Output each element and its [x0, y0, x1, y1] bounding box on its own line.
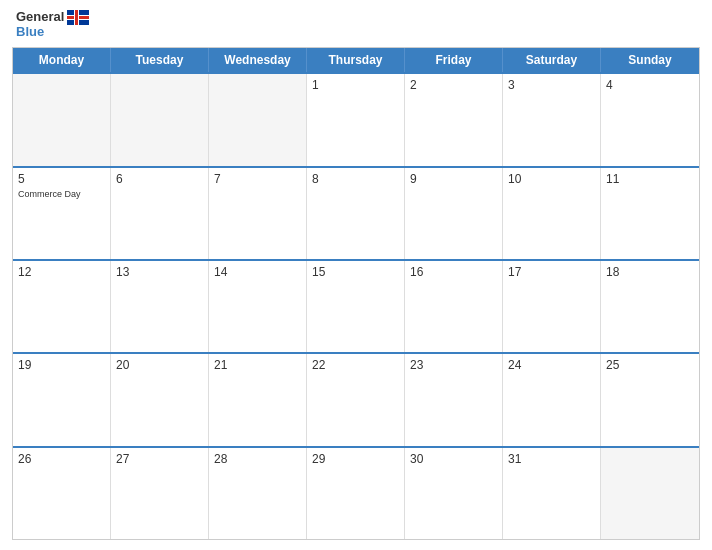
logo-text: General: [16, 10, 64, 24]
day-number: 4: [606, 78, 694, 92]
day-number: 17: [508, 265, 595, 279]
day-number: 9: [410, 172, 497, 186]
day-cell: 4: [601, 74, 699, 165]
day-header-friday: Friday: [405, 48, 503, 72]
logo-blue-text: Blue: [16, 25, 44, 39]
calendar-page: General Blue MondayTuesdayWednesdayThurs…: [0, 0, 712, 550]
day-cell: 1: [307, 74, 405, 165]
day-number: 20: [116, 358, 203, 372]
day-number: 12: [18, 265, 105, 279]
day-cell: 2: [405, 74, 503, 165]
week-row-4: 19202122232425: [13, 352, 699, 445]
day-number: 7: [214, 172, 301, 186]
day-number: 11: [606, 172, 694, 186]
calendar-grid: MondayTuesdayWednesdayThursdayFridaySatu…: [12, 47, 700, 540]
day-cell: [209, 74, 307, 165]
day-number: 25: [606, 358, 694, 372]
day-number: 5: [18, 172, 105, 186]
day-number: 31: [508, 452, 595, 466]
day-number: 13: [116, 265, 203, 279]
day-cell: 8: [307, 168, 405, 259]
day-cell: 26: [13, 448, 111, 539]
day-cell: 5Commerce Day: [13, 168, 111, 259]
day-number: 2: [410, 78, 497, 92]
day-cell: 16: [405, 261, 503, 352]
week-row-5: 262728293031: [13, 446, 699, 539]
day-cell: 17: [503, 261, 601, 352]
day-cell: 22: [307, 354, 405, 445]
day-cell: 29: [307, 448, 405, 539]
day-header-thursday: Thursday: [307, 48, 405, 72]
day-cell: 28: [209, 448, 307, 539]
day-number: 15: [312, 265, 399, 279]
day-cell: 23: [405, 354, 503, 445]
day-number: 27: [116, 452, 203, 466]
day-header-wednesday: Wednesday: [209, 48, 307, 72]
day-header-monday: Monday: [13, 48, 111, 72]
logo-flag-icon: [67, 10, 89, 25]
day-cell: 9: [405, 168, 503, 259]
weeks-container: 12345Commerce Day67891011121314151617181…: [13, 72, 699, 539]
day-cell: [601, 448, 699, 539]
day-number: 21: [214, 358, 301, 372]
svg-rect-4: [75, 10, 78, 25]
day-cell: 6: [111, 168, 209, 259]
day-cell: 20: [111, 354, 209, 445]
day-number: 18: [606, 265, 694, 279]
day-cell: [13, 74, 111, 165]
day-number: 23: [410, 358, 497, 372]
day-number: 1: [312, 78, 399, 92]
day-cell: 3: [503, 74, 601, 165]
day-event: Commerce Day: [18, 189, 105, 199]
day-number: 16: [410, 265, 497, 279]
week-row-2: 5Commerce Day67891011: [13, 166, 699, 259]
week-row-3: 12131415161718: [13, 259, 699, 352]
day-cell: 10: [503, 168, 601, 259]
day-cell: 13: [111, 261, 209, 352]
day-cell: 24: [503, 354, 601, 445]
day-cell: [111, 74, 209, 165]
day-number: 26: [18, 452, 105, 466]
day-cell: 19: [13, 354, 111, 445]
day-cell: 21: [209, 354, 307, 445]
day-cell: 7: [209, 168, 307, 259]
day-number: 10: [508, 172, 595, 186]
day-header-sunday: Sunday: [601, 48, 699, 72]
day-number: 19: [18, 358, 105, 372]
calendar-header: General Blue: [12, 10, 700, 39]
day-header-saturday: Saturday: [503, 48, 601, 72]
day-number: 14: [214, 265, 301, 279]
day-number: 28: [214, 452, 301, 466]
day-cell: 27: [111, 448, 209, 539]
day-headers-row: MondayTuesdayWednesdayThursdayFridaySatu…: [13, 48, 699, 72]
day-cell: 18: [601, 261, 699, 352]
day-header-tuesday: Tuesday: [111, 48, 209, 72]
day-number: 22: [312, 358, 399, 372]
day-cell: 30: [405, 448, 503, 539]
week-row-1: 1234: [13, 72, 699, 165]
day-number: 3: [508, 78, 595, 92]
day-cell: 25: [601, 354, 699, 445]
day-cell: 12: [13, 261, 111, 352]
day-cell: 15: [307, 261, 405, 352]
logo: General Blue: [16, 10, 89, 39]
day-cell: 11: [601, 168, 699, 259]
day-number: 30: [410, 452, 497, 466]
day-number: 8: [312, 172, 399, 186]
day-number: 29: [312, 452, 399, 466]
day-cell: 31: [503, 448, 601, 539]
day-number: 24: [508, 358, 595, 372]
day-number: 6: [116, 172, 203, 186]
day-cell: 14: [209, 261, 307, 352]
